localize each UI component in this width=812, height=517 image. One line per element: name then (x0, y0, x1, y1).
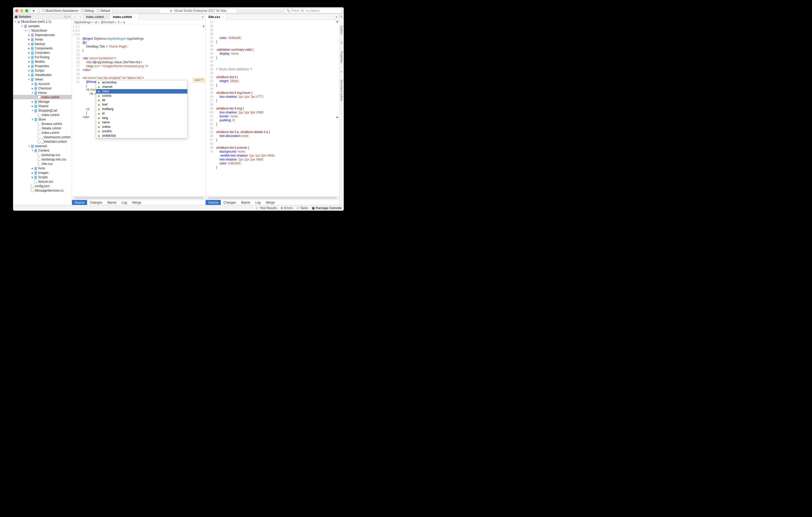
view-tab-log[interactable]: Log (253, 200, 263, 205)
close-tab-icon[interactable]: ○ (134, 16, 136, 18)
tree-node[interactable]: ▶▇Manage (13, 99, 72, 104)
h-scrollbar[interactable] (206, 196, 339, 200)
tree-node[interactable]: ▼▇Content (13, 148, 72, 153)
tree-node[interactable]: ▶▇Account (13, 82, 72, 86)
h-scrollbar[interactable] (72, 196, 205, 200)
tab-overflow-button[interactable]: ▾ (334, 15, 339, 19)
tree-node[interactable]: ▶▇Properties (13, 64, 72, 68)
tree-node[interactable]: ▶▇ViewModels (13, 73, 72, 77)
tree-node[interactable]: Browse.cshtml (13, 122, 72, 126)
source[interactable]: color: #b94a48; } .validation-summary-va… (215, 20, 339, 196)
solution-tree[interactable]: ▼ ▣ MusicStore (rel/1.1.1) ▼▇samples▼▢Mu… (13, 19, 72, 205)
view-tab-merge[interactable]: Merge (129, 200, 144, 205)
run-target-selector[interactable]: MusicStore.Standalone › Debug › Default (40, 8, 113, 13)
view-tab-changes[interactable]: Changes (221, 200, 239, 205)
completion-item[interactable]: ◆lang (96, 116, 187, 120)
toolbox-icon[interactable]: 🔧 (340, 15, 344, 19)
completion-item[interactable]: ◆charset (96, 85, 187, 89)
completion-item[interactable]: ◆onclick (96, 129, 187, 133)
completion-item[interactable]: ◆coords (96, 94, 187, 98)
tree-node[interactable]: ▶▇Images (13, 171, 72, 175)
run-button[interactable]: ▶ (30, 8, 38, 13)
minimize-window-icon[interactable] (20, 9, 23, 12)
panel-dock-icon[interactable]: ◻ (65, 15, 67, 19)
completion-item[interactable]: ◆class (96, 89, 187, 94)
breadcrumb-segment[interactable]: a (123, 20, 125, 24)
tree-node[interactable]: ▼▇wwwroot (13, 144, 72, 148)
editor-tab[interactable]: Index.cshtml○ (110, 14, 138, 20)
tree-node[interactable]: ▼▇samples (13, 24, 72, 28)
editor-right-code[interactable]: 37 38 39 40 41 42 43 44 45 46 47 48 49 5… (206, 20, 339, 196)
editor-tab[interactable]: Index.cshtml○ (83, 14, 110, 20)
tree-node[interactable]: ▼▇Views (13, 77, 72, 82)
tree-node[interactable]: ▶▇Checkout (13, 86, 72, 90)
nav-back-button[interactable]: ‹ (72, 14, 78, 20)
tree-node[interactable]: ▼▇Store (13, 117, 72, 122)
rail-tab-document-outline[interactable]: Document Outline (340, 79, 343, 102)
view-tab-log[interactable]: Log (119, 200, 129, 205)
global-search[interactable]: 🔍 Press '⌘.' to search (284, 8, 342, 13)
status-errors[interactable]: ⊘Errors (281, 206, 293, 210)
tree-node[interactable]: Details.cshtml (13, 126, 72, 130)
completion-popup[interactable]: ◆accesskey◆charset◆class◆coords◆dir◆href… (96, 80, 187, 138)
tree-node[interactable]: ▶▇ForTesting (13, 55, 72, 59)
completion-item[interactable]: ◆accesskey (96, 80, 187, 85)
status-package-console[interactable]: ▣Package Console (312, 206, 342, 210)
breadcrumb-segment[interactable]: @foreach (101, 20, 114, 24)
tab-overflow-button[interactable]: ▾ (200, 15, 205, 19)
tree-node[interactable]: MessageServices.cs (13, 188, 72, 193)
close-tab-icon[interactable]: ○ (106, 16, 107, 18)
properties-icon[interactable]: ☰ (340, 41, 343, 44)
tree-node[interactable]: ▶▇Models (13, 59, 72, 64)
completion-item[interactable]: ◆name (96, 120, 187, 125)
view-tab-changes[interactable]: Changes (87, 200, 105, 205)
nav-fwd-button[interactable]: › (78, 14, 83, 20)
tree-node[interactable]: _ViewImports.cshtml (13, 135, 72, 139)
tree-node[interactable]: ▼▢MusicStore (13, 28, 72, 33)
tree-node[interactable]: Site.css (13, 161, 72, 166)
tree-node[interactable]: ▶▇Dependencies (13, 33, 72, 37)
tree-node[interactable]: ▶▇Scripts (13, 68, 72, 73)
tree-node[interactable]: Index.cshtml (13, 113, 72, 117)
view-tab-source[interactable]: Source (72, 200, 87, 205)
close-window-icon[interactable] (15, 9, 18, 12)
editor-left-code[interactable]: 1 2 3 4 5 6 7 8 9 10 11 12 13 14 15 16 1… (72, 25, 205, 196)
editor-tab[interactable]: Site.css○ (206, 14, 227, 20)
status-tasks[interactable]: ✓Tasks (296, 206, 308, 210)
view-tab-merge[interactable]: Merge (263, 200, 277, 205)
breadcrumb-segment[interactable]: ul (95, 20, 97, 24)
breadcrumb-segment[interactable]: AppSettings (74, 20, 91, 24)
completion-item[interactable]: ◆href (96, 102, 187, 107)
tree-node[interactable]: ▶▇Shared (13, 104, 72, 108)
tree-node[interactable]: ▶▇backup (13, 41, 72, 46)
tree-node[interactable]: ▶▇fonts (13, 166, 72, 171)
completion-item[interactable]: ◆dir (96, 98, 187, 102)
completion-item[interactable]: ◆onblur (96, 125, 187, 129)
completion-item[interactable]: ◆hreflang (96, 107, 187, 111)
tree-node[interactable]: favicon.ico (13, 179, 72, 184)
editor-left-breadcrumb[interactable]: AppSettings▸ul▸@foreach▸li▸a (72, 20, 205, 25)
tree-node[interactable]: ▶▇Scripts (13, 175, 72, 179)
rail-tab-toolbox[interactable]: Toolbox (340, 24, 343, 36)
tree-node[interactable]: ▼▇Home (13, 90, 72, 95)
tree-root[interactable]: ▼ ▣ MusicStore (rel/1.1.1) (13, 19, 72, 24)
panel-close-icon[interactable]: × (68, 15, 70, 19)
view-tab-source[interactable]: Source (206, 200, 221, 205)
breadcrumb-segment[interactable]: li (118, 20, 119, 24)
view-tab-blame[interactable]: Blame (239, 200, 253, 205)
status-test-results[interactable]: ⚡Test Results (255, 206, 277, 210)
tree-node[interactable]: Index.cshtml (13, 95, 72, 99)
completion-item[interactable]: ◆ondblclick (96, 133, 187, 138)
tree-node[interactable]: ▶▇Components (13, 46, 72, 51)
tree-node[interactable]: ▼▇ShoppingCart (13, 108, 72, 113)
tree-node[interactable]: _ViewStart.cshtml (13, 139, 72, 144)
document-outline-icon[interactable]: ≡ (341, 70, 342, 73)
zoom-window-icon[interactable] (25, 9, 28, 12)
view-tab-blame[interactable]: Blame (105, 200, 119, 205)
completion-item[interactable]: ◆id (96, 111, 187, 116)
tree-node[interactable]: config.json (13, 184, 72, 188)
tree-node[interactable]: bootstrap.css (13, 153, 72, 157)
tree-node[interactable]: bootstrap.min.css (13, 157, 72, 161)
tree-node[interactable]: ▶▇Areas (13, 37, 72, 41)
tree-node[interactable]: Index.cshtml (13, 130, 72, 135)
